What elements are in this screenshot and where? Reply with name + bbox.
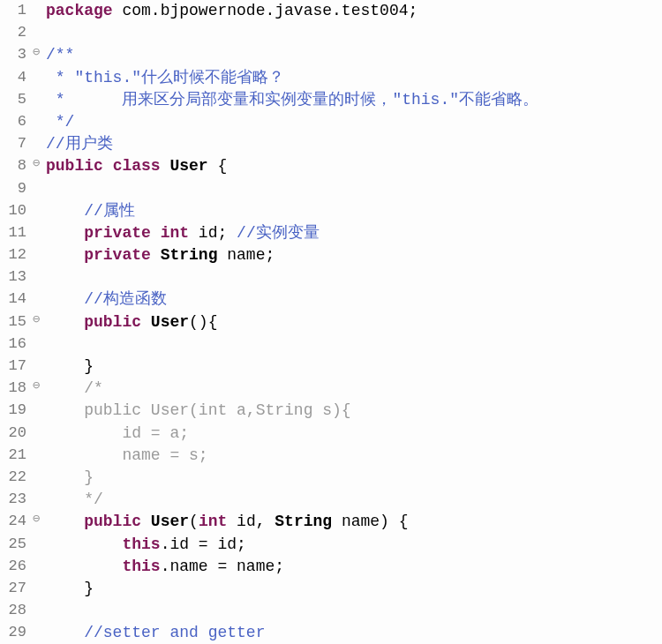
line-number: 18 bbox=[0, 378, 30, 399]
line-number: 26 bbox=[0, 556, 30, 577]
code-line[interactable]: 19 public User(int a,String s){ bbox=[0, 400, 662, 422]
line-number: 8 bbox=[0, 155, 30, 176]
code-content[interactable]: public User(int a,String s){ bbox=[42, 400, 662, 422]
code-content[interactable]: package com.bjpowernode.javase.test004; bbox=[42, 0, 662, 22]
code-line[interactable]: 7//用户类 bbox=[0, 133, 662, 155]
code-content[interactable]: //用户类 bbox=[42, 133, 662, 155]
code-content[interactable]: */ bbox=[42, 111, 662, 133]
code-line[interactable]: 1package com.bjpowernode.javase.test004; bbox=[0, 0, 662, 22]
code-line[interactable]: 2 bbox=[0, 22, 662, 44]
fold-gutter-icon[interactable]: ⊖ bbox=[30, 155, 42, 173]
code-content[interactable]: } bbox=[42, 467, 662, 489]
line-number: 12 bbox=[0, 244, 30, 266]
code-content[interactable]: private int id; //实例变量 bbox=[42, 222, 662, 244]
code-editor[interactable]: 1package com.bjpowernode.javase.test004;… bbox=[0, 0, 662, 644]
code-content[interactable]: /* bbox=[42, 378, 662, 400]
code-line[interactable]: 8⊖public class User { bbox=[0, 155, 662, 177]
fold-gutter-icon[interactable]: ⊖ bbox=[30, 378, 42, 395]
code-line[interactable]: 3⊖/** bbox=[0, 44, 662, 66]
code-line[interactable]: 29 //setter and getter bbox=[0, 622, 662, 644]
code-content[interactable]: */ bbox=[42, 489, 662, 511]
line-number: 17 bbox=[0, 356, 30, 377]
code-content[interactable]: //setter and getter bbox=[42, 622, 662, 644]
code-line[interactable]: 17 } bbox=[0, 356, 662, 378]
code-content[interactable]: private String name; bbox=[42, 244, 662, 266]
code-content[interactable]: id = a; bbox=[42, 423, 662, 445]
code-line[interactable]: 16 bbox=[0, 333, 662, 356]
line-number: 9 bbox=[0, 178, 30, 199]
code-line[interactable]: 4 * "this."什么时候不能省略？ bbox=[0, 67, 662, 89]
code-content[interactable]: this.id = id; bbox=[42, 534, 662, 556]
line-number: 24 bbox=[0, 511, 30, 532]
code-line[interactable]: 22 } bbox=[0, 467, 662, 489]
line-number: 7 bbox=[0, 133, 30, 154]
line-number: 22 bbox=[0, 467, 30, 488]
line-number: 19 bbox=[0, 400, 30, 421]
code-line[interactable]: 13 bbox=[0, 266, 662, 288]
code-line[interactable]: 12 private String name; bbox=[0, 244, 662, 266]
line-number: 20 bbox=[0, 423, 30, 444]
fold-gutter-icon[interactable]: ⊖ bbox=[30, 511, 42, 528]
line-number: 27 bbox=[0, 578, 30, 599]
line-number: 29 bbox=[0, 622, 30, 643]
fold-gutter-icon[interactable]: ⊖ bbox=[30, 311, 42, 329]
code-content[interactable]: //构造函数 bbox=[42, 288, 662, 311]
line-number: 1 bbox=[0, 0, 30, 21]
code-line[interactable]: 27 } bbox=[0, 578, 662, 600]
line-number: 16 bbox=[0, 333, 30, 355]
code-content[interactable]: public User(int id, String name) { bbox=[42, 511, 662, 533]
code-content[interactable]: * "this."什么时候不能省略？ bbox=[42, 67, 662, 89]
code-content[interactable]: } bbox=[42, 356, 662, 378]
code-line[interactable]: 14 //构造函数 bbox=[0, 288, 662, 311]
line-number: 10 bbox=[0, 200, 30, 221]
line-number: 11 bbox=[0, 222, 30, 243]
code-line[interactable]: 18⊖ /* bbox=[0, 378, 662, 400]
code-content[interactable]: this.name = name; bbox=[42, 556, 662, 578]
code-content[interactable]: //属性 bbox=[42, 200, 662, 222]
line-number: 5 bbox=[0, 89, 30, 110]
code-line[interactable]: 5 * 用来区分局部变量和实例变量的时候，"this."不能省略。 bbox=[0, 89, 662, 111]
line-number: 15 bbox=[0, 311, 30, 333]
code-line[interactable]: 25 this.id = id; bbox=[0, 534, 662, 556]
line-number: 13 bbox=[0, 266, 30, 288]
code-content[interactable]: * 用来区分局部变量和实例变量的时候，"this."不能省略。 bbox=[42, 89, 662, 111]
code-line[interactable]: 11 private int id; //实例变量 bbox=[0, 222, 662, 244]
line-number: 6 bbox=[0, 111, 30, 132]
code-content[interactable]: public class User { bbox=[42, 155, 662, 177]
code-line[interactable]: 6 */ bbox=[0, 111, 662, 133]
code-content[interactable]: public User(){ bbox=[42, 311, 662, 333]
code-line[interactable]: 9 bbox=[0, 178, 662, 200]
line-number: 2 bbox=[0, 22, 30, 43]
line-number: 23 bbox=[0, 489, 30, 510]
code-line[interactable]: 15⊖ public User(){ bbox=[0, 311, 662, 333]
line-number: 3 bbox=[0, 44, 30, 65]
line-number: 21 bbox=[0, 445, 30, 466]
code-line[interactable]: 28 bbox=[0, 600, 662, 622]
code-line[interactable]: 20 id = a; bbox=[0, 423, 662, 445]
code-content[interactable]: name = s; bbox=[42, 445, 662, 467]
line-number: 14 bbox=[0, 288, 30, 310]
fold-gutter-icon[interactable]: ⊖ bbox=[30, 44, 42, 62]
code-line[interactable]: 21 name = s; bbox=[0, 445, 662, 467]
code-content[interactable]: /** bbox=[42, 44, 662, 66]
code-line[interactable]: 24⊖ public User(int id, String name) { bbox=[0, 511, 662, 533]
code-line[interactable]: 23 */ bbox=[0, 489, 662, 511]
code-line[interactable]: 26 this.name = name; bbox=[0, 556, 662, 578]
code-line[interactable]: 10 //属性 bbox=[0, 200, 662, 222]
line-number: 28 bbox=[0, 600, 30, 621]
line-number: 25 bbox=[0, 534, 30, 555]
code-content[interactable]: } bbox=[42, 578, 662, 600]
line-number: 4 bbox=[0, 67, 30, 88]
